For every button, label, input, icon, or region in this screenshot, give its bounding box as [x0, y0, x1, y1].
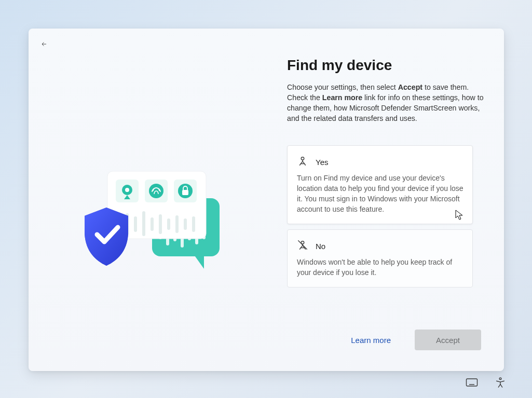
option-yes-label: Yes	[316, 158, 328, 167]
accept-button[interactable]: Accept	[415, 330, 481, 350]
page-description: Choose your settings, then select Accept…	[287, 82, 484, 123]
svg-point-14	[125, 188, 129, 192]
svg-point-41	[499, 378, 501, 380]
oobe-window: Find my device Choose your settings, the…	[29, 29, 504, 371]
footer-bar: Learn more Accept	[347, 330, 481, 350]
desktop-background: Find my device Choose your settings, the…	[0, 0, 532, 398]
back-arrow-icon	[41, 39, 47, 49]
find-device-off-icon	[297, 239, 308, 253]
option-yes-desc: Turn on Find my device and use your devi…	[297, 173, 464, 214]
lock-icon	[178, 184, 193, 198]
content-panel: Find my device Choose your settings, the…	[287, 57, 484, 293]
osk-button[interactable]	[465, 376, 479, 390]
back-button[interactable]	[38, 38, 50, 50]
accessibility-button[interactable]	[494, 376, 507, 391]
find-device-on-icon	[297, 155, 308, 169]
system-tray	[465, 376, 507, 391]
desc-text: Choose your settings, then select	[287, 83, 398, 91]
desc-bold-accept: Accept	[398, 83, 422, 91]
keyboard-icon	[466, 377, 478, 388]
svg-marker-1	[194, 254, 204, 269]
learn-more-link[interactable]: Learn more	[347, 333, 395, 348]
accessibility-icon	[495, 377, 506, 388]
shield-check-icon	[85, 208, 128, 266]
svg-point-28	[301, 157, 304, 160]
option-no-desc: Windows won't be able to help you keep t…	[297, 257, 464, 278]
page-title: Find my device	[287, 57, 484, 74]
option-yes[interactable]: Yes Turn on Find my device and use your …	[287, 145, 473, 224]
option-no[interactable]: No Windows won't be able to help you kee…	[287, 229, 473, 287]
privacy-hero-illustration	[75, 156, 236, 280]
svg-rect-31	[467, 379, 478, 386]
options-group: Yes Turn on Find my device and use your …	[287, 145, 473, 287]
svg-rect-17	[182, 190, 188, 195]
fingerprint-icon	[149, 184, 163, 198]
desc-bold-learnmore: Learn more	[322, 93, 362, 102]
option-no-label: No	[316, 242, 325, 251]
